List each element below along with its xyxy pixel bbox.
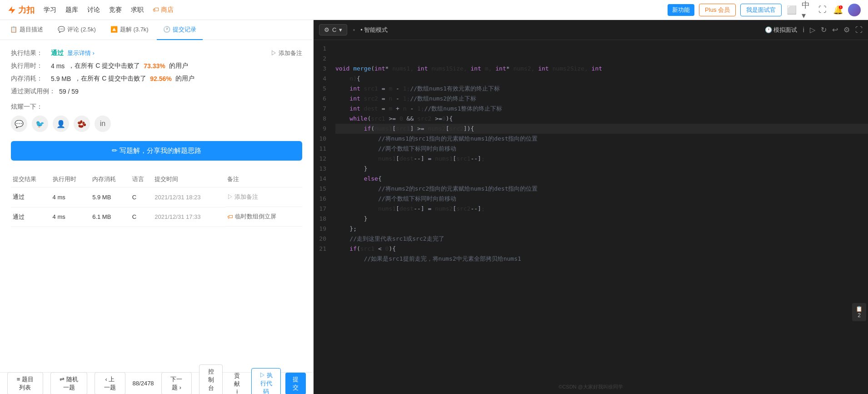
submission-note[interactable]: ▷ 添加备注 <box>225 187 302 207</box>
chevron-down-icon: ▾ <box>339 26 342 33</box>
page-navigation: 88/2478 <box>133 380 154 387</box>
code-area[interactable]: 1 2 3 4 5 6 7 8 9 10 11 12 13 14 15 16 1 <box>314 40 868 394</box>
prev-problem-button[interactable]: ‹ 上一题 <box>95 372 125 394</box>
share-icons: 💬 🐦 👤 🫘 in <box>11 116 302 132</box>
lang-label: C <box>332 26 336 33</box>
tab-comments[interactable]: 💬 评论 (2.5k) <box>51 20 102 40</box>
code-content[interactable]: void merge(int* nums1, int nums1Size, in… <box>332 40 868 394</box>
solutions-icon: 🔼 <box>110 26 118 33</box>
submission-status[interactable]: 通过 <box>11 187 51 207</box>
memory-label: 内存消耗： <box>11 75 47 83</box>
left-panel: 📋 题目描述 💬 评论 (2.5k) 🔼 题解 (3.7k) 🕐 提交记录 执行… <box>0 20 314 394</box>
submit-button[interactable]: 提交 <box>285 373 306 394</box>
ln-4: 4 <box>314 74 332 84</box>
col-note: 备注 <box>225 172 302 187</box>
share-label: 炫耀一下： <box>11 103 302 111</box>
execution-result-row: 执行结果： 通过 显示详情 › ▷ 添加备注 <box>11 49 302 57</box>
weibo-share-icon[interactable]: 🐦 <box>32 116 48 132</box>
refresh-icon[interactable]: ↻ <box>821 25 827 34</box>
plus-button[interactable]: Plus 会员 <box>699 4 736 16</box>
ln-8: 8 <box>314 114 332 124</box>
submission-time: 4 ms <box>51 207 91 227</box>
wechat-share-icon[interactable]: 💬 <box>11 116 27 132</box>
code-line-11: nums1[dest--] = nums1[src1--]; <box>335 154 868 164</box>
code-line-7: while(src1 >= 0 && src2 >=0){ <box>335 114 868 124</box>
logo[interactable]: 力扣 <box>7 5 35 15</box>
ln-11: 11 <box>314 144 332 154</box>
tab-submissions[interactable]: 🕐 提交记录 <box>157 20 203 40</box>
submission-lang: C <box>130 207 153 227</box>
mock-interview-button[interactable]: 🕐 模拟面试 <box>765 26 798 34</box>
undo-icon[interactable]: ↩ <box>832 25 838 34</box>
settings-icon[interactable]: ⚙ <box>843 25 850 34</box>
memory-row: 内存消耗： 5.9 MB ，在所有 C 提交中击败了 92.56% 的用户 <box>11 75 302 83</box>
memory-suffix: ，在所有 C 提交中击败了 <box>75 75 146 83</box>
code-wrapper[interactable]: 1 2 3 4 5 6 7 8 9 10 11 12 13 14 15 16 1 <box>314 40 868 394</box>
execution-label: 执行结果： <box>11 49 47 57</box>
screen-icon[interactable]: ⛶ <box>817 5 828 15</box>
code-line-12: } <box>335 164 868 174</box>
notification-icon[interactable]: 🔔 1 <box>833 5 843 15</box>
interview-button[interactable]: 我是面试官 <box>740 4 782 16</box>
lang-icon: ⚙ <box>324 26 329 33</box>
tablet-icon[interactable]: ⬜ <box>786 5 797 15</box>
nav-contest[interactable]: 竞赛 <box>109 6 122 14</box>
nav-discuss[interactable]: 讨论 <box>87 6 100 14</box>
run-code-button[interactable]: ▷ 执行代码 <box>251 368 281 394</box>
smart-mode-label[interactable]: • 智能模式 <box>360 26 388 34</box>
table-row[interactable]: 通过 4 ms 6.1 MB C 2021/12/31 17:33 🏷 临时数组… <box>11 207 302 227</box>
write-solution-button[interactable]: ✏ 写题解，分享我的解题思路 <box>11 141 302 161</box>
play-icon[interactable]: ▷ <box>810 25 815 34</box>
time-value: 4 ms <box>51 62 65 70</box>
submission-note[interactable]: 🏷 临时数组倒立屏 <box>225 207 302 227</box>
submission-date: 2021/12/31 17:33 <box>153 207 225 227</box>
nav-jobs[interactable]: 求职 <box>131 6 144 14</box>
detail-link[interactable]: 显示详情 › <box>67 49 95 57</box>
submission-time: 4 ms <box>51 187 91 207</box>
main-layout: 📋 题目描述 💬 评论 (2.5k) 🔼 题解 (3.7k) 🕐 提交记录 执行… <box>0 20 868 394</box>
line-numbers: 1 2 3 4 5 6 7 8 9 10 11 12 13 14 15 16 1 <box>314 40 332 394</box>
code-line-6: int dest = m + n - 1;//数组nums1整体的终止下标 <box>335 104 868 114</box>
avatar[interactable] <box>848 4 861 16</box>
col-time: 执行用时 <box>51 172 91 187</box>
memory-users: 的用户 <box>175 75 195 83</box>
fullscreen-icon[interactable]: ⛶ <box>855 26 863 34</box>
submission-status[interactable]: 通过 <box>11 207 51 227</box>
ln-16: 16 <box>314 194 332 204</box>
info-icon[interactable]: i <box>803 26 804 34</box>
random-problem-button[interactable]: ⇌ 随机一题 <box>50 372 87 394</box>
ln-19: 19 <box>314 224 332 234</box>
douban-share-icon[interactable]: 🫘 <box>74 116 90 132</box>
submission-memory: 6.1 MB <box>90 207 130 227</box>
code-line-18: }; <box>335 224 868 234</box>
share-section: 炫耀一下： 💬 🐦 👤 🫘 in <box>11 103 302 132</box>
tab-solutions[interactable]: 🔼 题解 (3.7k) <box>104 20 155 40</box>
problem-list-button[interactable]: ≡ 题目列表 <box>7 372 43 394</box>
ln-10: 10 <box>314 134 332 144</box>
top-nav: 力扣 学习 题库 讨论 竞赛 求职 🏷 商店 新功能 Plus 会员 我是面试官… <box>0 0 868 20</box>
nav-shop[interactable]: 🏷 商店 <box>153 6 174 14</box>
nav-study[interactable]: 学习 <box>44 6 56 14</box>
next-problem-button[interactable]: 下一题 › <box>161 372 192 394</box>
language-selector[interactable]: ⚙ C ▾ <box>319 24 347 35</box>
code-line-19: //走到这里代表src1或src2走完了 <box>335 234 868 244</box>
ln-18: 18 <box>314 214 332 224</box>
tab-description[interactable]: 📋 题目描述 <box>4 20 50 40</box>
add-note-button[interactable]: ▷ 添加备注 <box>271 49 302 57</box>
code-line-2 <box>335 54 868 64</box>
clock-icon: 🕐 <box>163 26 170 33</box>
left-content: 执行结果： 通过 显示详情 › ▷ 添加备注 执行用时： 4 ms ，在所有 C… <box>0 40 313 372</box>
console-button[interactable]: 控制台 ▾ <box>199 364 223 394</box>
scroll-badge[interactable]: 📋 2 <box>852 303 866 321</box>
language-icon[interactable]: 中 ▾ <box>802 5 813 15</box>
tabs: 📋 题目描述 💬 评论 (2.5k) 🔼 题解 (3.7k) 🕐 提交记录 <box>0 20 313 40</box>
contribute-button[interactable]: 贡献 i <box>227 369 247 394</box>
linkedin-share-icon[interactable]: in <box>95 116 111 132</box>
table-row[interactable]: 通过 4 ms 5.9 MB C 2021/12/31 18:23 ▷ 添加备注 <box>11 187 302 207</box>
scroll-icon: 📋 <box>856 306 863 312</box>
code-line-17: } <box>335 214 868 224</box>
ln-7: 7 <box>314 104 332 114</box>
nav-problems[interactable]: 题库 <box>65 6 78 14</box>
qq-share-icon[interactable]: 👤 <box>53 116 69 132</box>
new-feature-button[interactable]: 新功能 <box>668 4 694 16</box>
